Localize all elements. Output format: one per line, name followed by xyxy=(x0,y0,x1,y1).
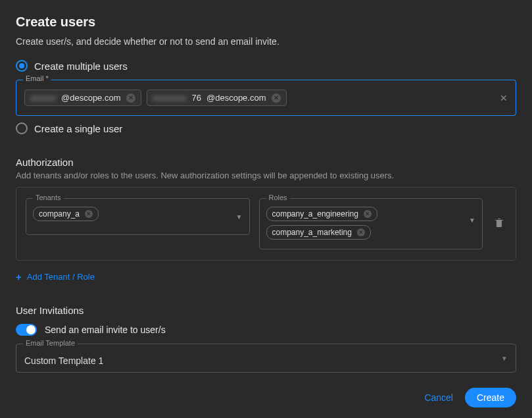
add-tenant-role-button[interactable]: + Add Tenant / Role xyxy=(16,271,516,282)
create-button[interactable]: Create xyxy=(465,388,516,407)
email-chip-text: 76 xyxy=(192,93,201,103)
send-invite-toggle-row: Send an email invite to user/s xyxy=(16,324,516,336)
email-chip[interactable]: xxxxxx@descope.com ✕ xyxy=(24,90,141,106)
email-chip-suffix: @descope.com xyxy=(206,93,266,103)
authorization-row: Tenants company_a ✕ ▼ Roles company_a_en… xyxy=(16,187,516,261)
radio-icon xyxy=(16,60,28,72)
tenants-legend: Tenants xyxy=(33,194,64,201)
email-template-value: Custom Template 1 xyxy=(24,355,103,366)
roles-legend: Roles xyxy=(266,194,290,201)
add-link-label: Add Tenant / Role xyxy=(27,272,95,282)
radio-create-multiple[interactable]: Create multiple users xyxy=(16,60,516,72)
invitations-title: User Invitations xyxy=(16,305,516,316)
plus-icon: + xyxy=(16,271,22,282)
email-chips: xxxxxx@descope.com ✕ xxxxxxxx76@descope.… xyxy=(24,90,508,106)
tenant-chip[interactable]: company_a ✕ xyxy=(33,207,99,221)
role-chip-label: company_a_marketing xyxy=(272,228,352,237)
remove-chip-icon[interactable]: ✕ xyxy=(357,228,365,236)
dialog-subtitle: Create user/s, and decide whether or not… xyxy=(16,36,516,47)
role-chip[interactable]: company_a_marketing ✕ xyxy=(266,225,371,240)
radio-label: Create a single user xyxy=(34,123,122,134)
chevron-down-icon: ▼ xyxy=(469,216,475,223)
clear-all-icon[interactable]: ✕ xyxy=(500,93,508,103)
remove-chip-icon[interactable]: ✕ xyxy=(272,93,281,103)
email-input-field[interactable]: Email * xxxxxx@descope.com ✕ xxxxxxxx76@… xyxy=(16,80,516,116)
chevron-down-icon: ▼ xyxy=(501,355,508,362)
toggle-label: Send an email invite to user/s xyxy=(45,325,166,335)
email-template-legend: Email Template xyxy=(23,339,78,347)
roles-select[interactable]: Roles company_a_engineering ✕ company_a_… xyxy=(259,198,483,249)
radio-label: Create multiple users xyxy=(34,61,128,72)
email-template-select[interactable]: Email Template Custom Template 1 ▼ xyxy=(16,344,516,373)
role-chip[interactable]: company_a_engineering ✕ xyxy=(266,207,377,221)
remove-chip-icon[interactable]: ✕ xyxy=(85,210,93,218)
create-users-dialog: Create users Create user/s, and decide w… xyxy=(0,0,532,418)
email-chip-blurred: xxxxxxxx xyxy=(153,93,187,103)
send-invite-toggle[interactable] xyxy=(16,324,37,336)
trash-icon xyxy=(495,217,504,228)
dialog-footer: Cancel Create xyxy=(16,376,516,407)
email-legend: Email * xyxy=(23,74,51,82)
delete-authorization-row-button[interactable] xyxy=(492,215,506,233)
radio-icon xyxy=(16,122,28,134)
tenant-chip-label: company_a xyxy=(39,209,80,219)
radio-create-single[interactable]: Create a single user xyxy=(16,122,516,134)
chevron-down-icon: ▼ xyxy=(236,213,243,221)
remove-chip-icon[interactable]: ✕ xyxy=(364,210,372,218)
cancel-button[interactable]: Cancel xyxy=(424,388,453,407)
email-chip-blurred: xxxxxx xyxy=(30,93,56,103)
authorization-desc: Add tenants and/or roles to the users. N… xyxy=(16,170,516,180)
email-chip-text: @descope.com xyxy=(61,93,121,103)
role-chip-label: company_a_engineering xyxy=(272,209,358,219)
email-chip[interactable]: xxxxxxxx76@descope.com ✕ xyxy=(147,90,287,106)
remove-chip-icon[interactable]: ✕ xyxy=(126,93,135,103)
tenants-select[interactable]: Tenants company_a ✕ ▼ xyxy=(26,198,250,235)
dialog-title: Create users xyxy=(16,14,516,30)
authorization-title: Authorization xyxy=(16,157,516,168)
